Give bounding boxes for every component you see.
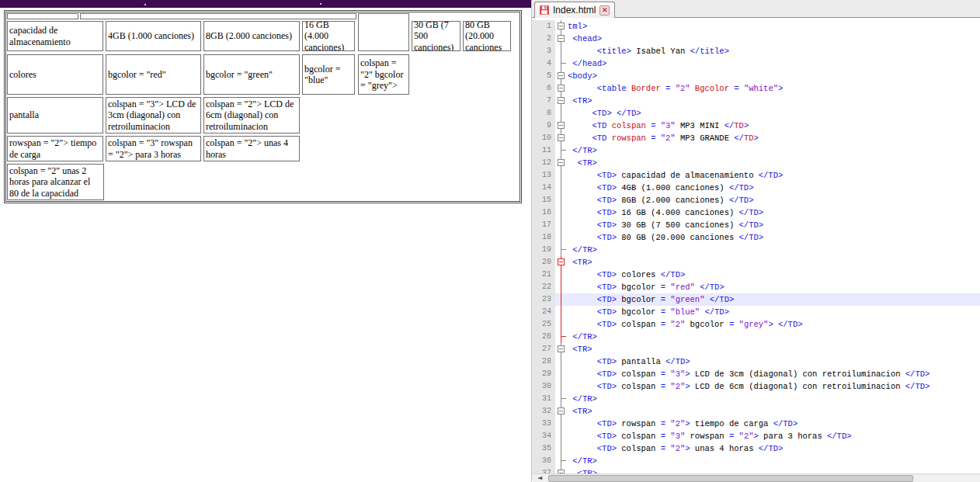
pixel-speck [320, 3, 321, 5]
code-text[interactable]: <TD> 16 GB (4.000 canciones) </TD> [568, 206, 980, 219]
code-text[interactable]: <TR> [568, 343, 980, 355]
fold-toggle-icon[interactable] [555, 157, 568, 169]
fold-guide [555, 393, 568, 405]
code-line-27: 27 <TR> [532, 343, 980, 355]
code-text[interactable]: <body> [568, 70, 980, 82]
code-text[interactable]: <TD> bgcolor = "blue" </TD> [568, 306, 980, 318]
table-cell-row2-capacidad: capacidad de almacenamiento [7, 21, 103, 51]
line-number: 34 [532, 430, 555, 442]
table-cell-row4-pantalla: pantalla [7, 97, 103, 134]
table-cell-row2-8gb: 8GB (2.000 canciones) [203, 21, 300, 51]
code-text[interactable]: <TD> colspan = "2"> unas 4 horas </TD> [568, 442, 980, 455]
code-text[interactable]: </TR> [568, 455, 980, 467]
code-line-15: 15 <TD> 8GB (2.000 canciones) </TD> [532, 194, 980, 206]
code-text[interactable]: <table Border = "2" Bgcolor = "white"> [568, 82, 980, 95]
code-text[interactable]: <TD> rowspan = "2"> tiempo de carga </TD… [568, 418, 980, 430]
fold-toggle-icon[interactable] [555, 70, 568, 82]
table-cell-row4-lcd3: colspan = "3"> LCD de 3cm (diagonal) con… [106, 97, 201, 134]
code-line-11: 11 </TR> [532, 144, 980, 157]
fold-guide [555, 182, 568, 194]
table-cell-row3-colores: colores [7, 54, 103, 95]
fold-toggle-icon[interactable] [555, 82, 568, 95]
line-number: 30 [532, 380, 555, 393]
scrollbar-thumb[interactable] [548, 475, 913, 482]
line-number: 26 [532, 331, 555, 343]
code-line-18: 18 <TD> 80 GB (20.000 canciones </TD> [532, 231, 980, 244]
code-text[interactable]: <TD colspan = "3" MP3 MINI </TD> [568, 120, 980, 132]
code-text[interactable]: </TR> [568, 393, 980, 405]
code-text[interactable]: <title> Isabel Yan </title> [568, 45, 980, 57]
fold-toggle-icon[interactable] [555, 132, 568, 144]
horizontal-scrollbar[interactable]: ◄ [533, 473, 980, 482]
code-text[interactable]: <TR> [568, 157, 980, 169]
code-text[interactable]: tml> [568, 20, 980, 33]
fold-guide [555, 244, 568, 256]
code-text[interactable]: <TD> </TD> [568, 107, 980, 120]
fold-guide [555, 331, 568, 343]
code-text[interactable]: <TR> [568, 256, 980, 269]
code-text[interactable]: <TD> 8GB (2.000 canciones) </TD> [568, 194, 980, 206]
code-text[interactable]: <TD> bgcolor = "green" </TD> [568, 293, 980, 306]
code-line-30: 30 <TD> colspan = "2"> LCD de 6cm (diago… [532, 380, 980, 393]
code-line-33: 33 <TD> rowspan = "2"> tiempo de carga <… [532, 418, 980, 430]
fold-guide [555, 418, 568, 430]
code-text[interactable]: </TR> [568, 144, 980, 157]
line-number: 2 [532, 33, 555, 45]
code-line-20: 20 <TR> [532, 256, 980, 269]
code-text[interactable]: <TD> 30 GB (7 500 canciones) </TD> [568, 219, 980, 231]
code-line-26: 26 </TR> [532, 331, 980, 343]
code-line-19: 19 </TR> [532, 244, 980, 256]
fold-guide [555, 45, 568, 57]
code-text[interactable]: <TR> [568, 405, 980, 418]
fold-toggle-icon[interactable] [555, 120, 568, 132]
line-number: 19 [532, 244, 555, 256]
pixel-speck [144, 4, 146, 5]
code-text[interactable]: <head> [568, 33, 980, 45]
editor-surface[interactable]: 1tml>2 <head>3 <title> Isabel Yan </titl… [532, 18, 980, 482]
fold-guide [555, 219, 568, 231]
fold-toggle-icon[interactable] [555, 95, 568, 107]
fold-toggle-icon[interactable] [555, 20, 568, 33]
fold-toggle-icon[interactable] [555, 256, 568, 269]
table-cell-row5-para3horas: colspan = "3" rowspan = "2"> para 3 hora… [106, 136, 201, 161]
code-line-14: 14 <TD> 4GB (1.000 canciones) </TD> [532, 182, 980, 194]
code-text[interactable]: <TD> bgcolor = "red" </TD> [568, 281, 980, 293]
fold-guide [555, 281, 568, 293]
code-line-35: 35 <TD> colspan = "2"> unas 4 horas </TD… [532, 442, 980, 455]
line-number: 3 [532, 45, 555, 57]
code-line-21: 21 <TD> colores </TD> [532, 269, 980, 281]
code-text[interactable]: <TD> 4GB (1.000 canciones) </TD> [568, 182, 980, 194]
tab-close-icon[interactable]: ✕ [599, 5, 610, 16]
table-cell-row3-green: bgcolor = "green" [203, 54, 300, 95]
line-number: 5 [532, 70, 555, 82]
code-text[interactable]: <TD> capacidad de almacenamiento </TD> [568, 169, 980, 182]
code-text[interactable]: <TR> [568, 95, 980, 107]
code-text[interactable]: <TD> colspan = "3" rowspan = "2"> para 3… [568, 430, 980, 442]
code-text[interactable]: <TD> pantalla </TD> [568, 355, 980, 368]
fold-toggle-icon[interactable] [555, 33, 568, 45]
tab-index-html[interactable]: Index.html ✕ [534, 2, 615, 18]
fold-guide [555, 293, 568, 306]
code-text[interactable]: </TR> [568, 244, 980, 256]
fold-guide [555, 442, 568, 455]
code-text[interactable]: <TD> colspan = "2" bgcolor = "grey"> </T… [568, 318, 980, 331]
code-line-36: 36 </TR> [532, 455, 980, 467]
code-text[interactable]: <TD> colores </TD> [568, 269, 980, 281]
table-cell-row3-red: bgcolor = "red" [106, 54, 201, 95]
code-text[interactable]: </head> [568, 57, 980, 70]
line-number: 4 [532, 57, 555, 70]
code-text[interactable]: <TD rowspan = "2" MP3 GRANDE </TD> [568, 132, 980, 144]
code-text[interactable]: <TD> colspan = "3"> LCD de 3cm (diagonal… [568, 368, 980, 380]
scroll-left-arrow-icon[interactable]: ◄ [533, 474, 546, 482]
code-text[interactable]: <TD> colspan = "2"> LCD de 6cm (diagonal… [568, 380, 980, 393]
table-cell-row3-grey: colspan = "2" bgcolor = "grey"> [358, 54, 409, 95]
line-number: 36 [532, 455, 555, 467]
table-cell-row6-unas2horas: colspan = "2" unas 2 horas para alcanzar… [7, 164, 104, 200]
code-text[interactable]: <TD> 80 GB (20.000 canciones </TD> [568, 231, 980, 244]
fold-toggle-icon[interactable] [555, 343, 568, 355]
line-number: 31 [532, 393, 555, 405]
line-number: 1 [532, 20, 555, 33]
code-text[interactable]: </TR> [568, 331, 980, 343]
code-line-17: 17 <TD> 30 GB (7 500 canciones) </TD> [532, 219, 980, 231]
fold-toggle-icon[interactable] [555, 405, 568, 418]
